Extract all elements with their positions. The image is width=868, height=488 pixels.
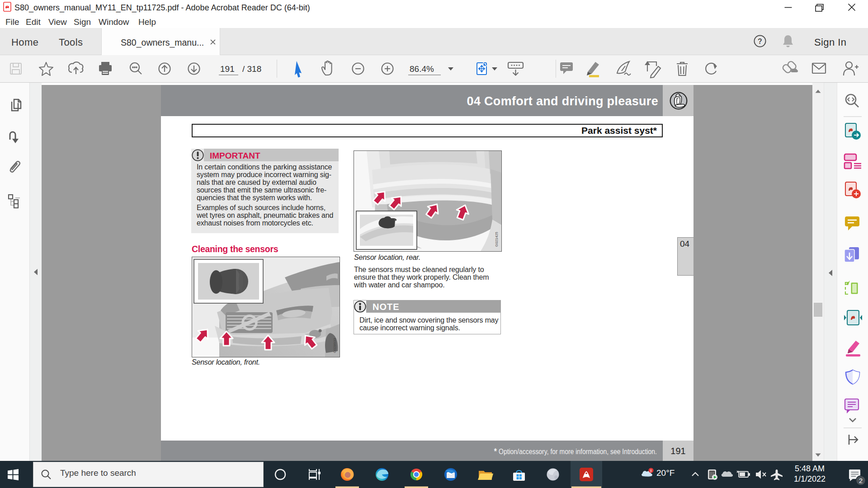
svg-text:G021425: G021425 [495, 232, 499, 247]
svg-text:2: 2 [859, 477, 863, 484]
svg-text:?: ? [758, 38, 762, 45]
svg-text:86.4%: 86.4% [410, 64, 434, 74]
svg-text:/ 318: / 318 [242, 64, 261, 74]
svg-text:!: ! [651, 469, 652, 473]
svg-text:G028933: G028933 [333, 338, 337, 353]
svg-text:191: 191 [220, 64, 235, 74]
